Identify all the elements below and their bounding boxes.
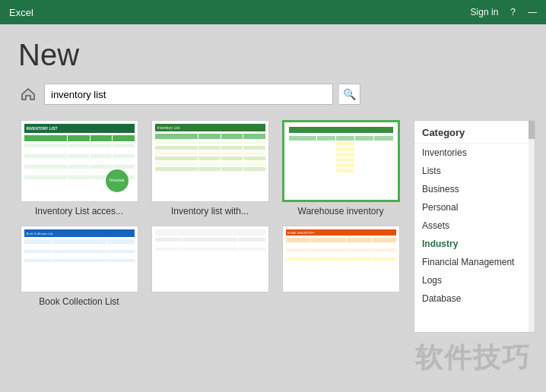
template-thumb-5[interactable] xyxy=(151,226,269,292)
content-row: INVENTORY LIST xyxy=(18,120,528,392)
template-item-4[interactable]: Book Collection List Book Collection Lis… xyxy=(18,226,140,307)
template-badge-1: Template xyxy=(106,169,129,192)
top-bar-right: Sign in ? — xyxy=(471,7,537,17)
mini-sheet-2: Inventory List xyxy=(152,121,268,201)
signin-link[interactable]: Sign in xyxy=(471,7,499,17)
template-item-5[interactable] xyxy=(149,226,271,307)
template-thumb-6[interactable]: HOME INVENTORY xyxy=(282,226,400,292)
template-thumb-3[interactable] xyxy=(282,120,400,202)
home-button[interactable] xyxy=(18,85,38,103)
top-bar: Excel Sign in ? — xyxy=(0,0,546,24)
template-label-2: Inventory list with... xyxy=(171,206,249,217)
mini-sheet-4: Book Collection List xyxy=(21,226,138,292)
template-item-2[interactable]: Inventory List xyxy=(149,120,271,217)
search-button[interactable]: 🔍 xyxy=(339,84,360,105)
category-item-assets[interactable]: Assets xyxy=(414,217,535,235)
minimize-button[interactable]: — xyxy=(528,7,537,17)
search-row: 🔍 xyxy=(18,84,528,105)
template-label-4: Book Collection List xyxy=(39,296,119,307)
app-title: Excel xyxy=(9,7,33,18)
template-thumb-1[interactable]: INVENTORY LIST xyxy=(21,120,138,202)
page-title: New xyxy=(18,40,528,70)
template-label-3: Warehouse inventory xyxy=(298,206,384,217)
sidebar-scrollbar[interactable]: ▲ xyxy=(529,121,535,332)
template-thumb-4[interactable]: Book Collection List xyxy=(21,226,138,292)
category-item-inventories[interactable]: Inventories xyxy=(414,144,535,162)
main-area: New 🔍 INVENTORY LIST xyxy=(0,24,546,392)
category-item-industry[interactable]: Industry xyxy=(414,235,535,253)
category-item-database[interactable]: Database xyxy=(414,289,535,308)
template-item-1[interactable]: INVENTORY LIST xyxy=(18,120,140,217)
template-item-3[interactable]: Warehouse inventory xyxy=(280,120,402,217)
category-sidebar: ▲ Category Inventories Lists Business Pe… xyxy=(414,120,535,333)
templates-area: INVENTORY LIST xyxy=(18,120,414,392)
category-item-business[interactable]: Business xyxy=(414,180,535,198)
scrollbar-thumb[interactable] xyxy=(529,121,535,139)
search-icon: 🔍 xyxy=(343,88,356,100)
search-input[interactable] xyxy=(44,84,333,105)
category-list: Inventories Lists Business Personal Asse… xyxy=(414,144,535,308)
category-item-logs[interactable]: Logs xyxy=(414,271,535,289)
category-title: Category xyxy=(414,121,535,144)
template-thumb-2[interactable]: Inventory List xyxy=(151,120,269,202)
mini-sheet-3 xyxy=(284,122,398,200)
mini-sheet-5 xyxy=(152,226,268,292)
mini-sheet-6: HOME INVENTORY xyxy=(283,226,399,292)
category-item-financial[interactable]: Financial Management xyxy=(414,253,535,271)
home-icon xyxy=(21,88,35,100)
template-item-6[interactable]: HOME INVENTORY xyxy=(280,226,402,307)
template-label-1: Inventory List acces... xyxy=(35,206,123,217)
help-button[interactable]: ? xyxy=(510,7,516,17)
category-item-lists[interactable]: Lists xyxy=(414,162,535,180)
category-item-personal[interactable]: Personal xyxy=(414,198,535,217)
